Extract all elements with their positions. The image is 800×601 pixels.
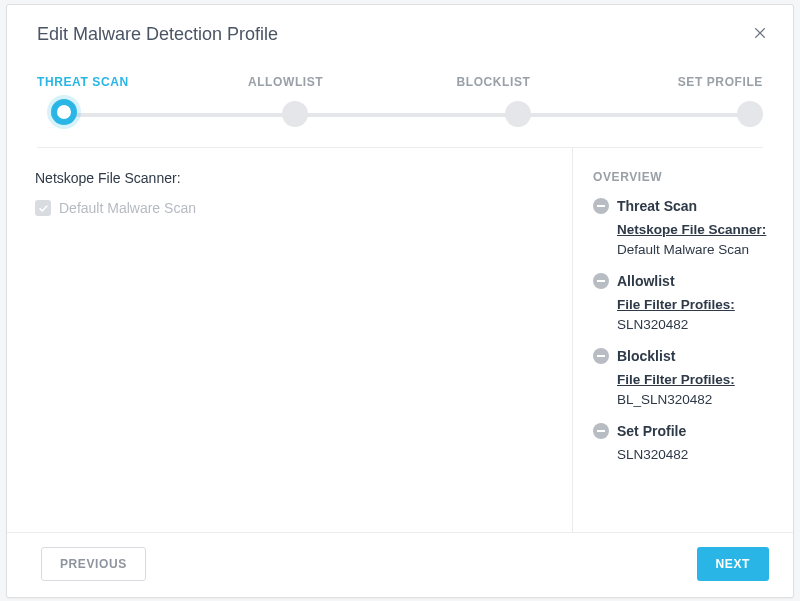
step-labels: THREAT SCAN ALLOWLIST BLOCKLIST SET PROF… — [37, 75, 763, 89]
edit-malware-profile-modal: Edit Malware Detection Profile THREAT SC… — [6, 4, 794, 598]
step-label-allowlist[interactable]: ALLOWLIST — [248, 75, 323, 89]
default-malware-scan-checkbox[interactable] — [35, 200, 51, 216]
overview-item-title: Set Profile — [617, 423, 686, 439]
overview-sub-value: SLN320482 — [617, 447, 688, 462]
overview-head-blocklist[interactable]: Blocklist — [593, 348, 779, 364]
step-node-allowlist[interactable] — [282, 101, 308, 127]
step-label-blocklist[interactable]: BLOCKLIST — [456, 75, 530, 89]
modal-title: Edit Malware Detection Profile — [37, 24, 278, 45]
collapse-icon — [593, 198, 609, 214]
overview-sub-set-profile: SLN320482 — [617, 445, 779, 465]
step-track — [37, 101, 763, 129]
threat-scan-panel: Netskope File Scanner: Default Malware S… — [7, 148, 573, 532]
previous-button[interactable]: PREVIOUS — [41, 547, 146, 581]
step-node-threat-scan[interactable] — [51, 99, 77, 125]
next-button[interactable]: NEXT — [697, 547, 769, 581]
overview-item-allowlist: Allowlist File Filter Profiles: SLN32048… — [593, 273, 779, 334]
overview-sub-value: BL_SLN320482 — [617, 392, 712, 407]
modal-body: Netskope File Scanner: Default Malware S… — [7, 148, 793, 532]
collapse-icon — [593, 423, 609, 439]
step-track-line — [51, 113, 749, 117]
step-node-blocklist[interactable] — [505, 101, 531, 127]
wizard-stepper: THREAT SCAN ALLOWLIST BLOCKLIST SET PROF… — [7, 57, 793, 148]
step-label-threat-scan[interactable]: THREAT SCAN — [37, 75, 129, 89]
overview-item-title: Threat Scan — [617, 198, 697, 214]
collapse-icon — [593, 348, 609, 364]
overview-head-threat-scan[interactable]: Threat Scan — [593, 198, 779, 214]
overview-sub-label: File Filter Profiles: — [617, 370, 779, 390]
close-icon[interactable] — [749, 21, 771, 47]
overview-item-title: Blocklist — [617, 348, 675, 364]
overview-sub-value: Default Malware Scan — [617, 242, 749, 257]
overview-sub-value: SLN320482 — [617, 317, 688, 332]
overview-item-title: Allowlist — [617, 273, 675, 289]
overview-head-set-profile[interactable]: Set Profile — [593, 423, 779, 439]
overview-item-threat-scan: Threat Scan Netskope File Scanner: Defau… — [593, 198, 779, 259]
overview-sub-label: File Filter Profiles: — [617, 295, 779, 315]
overview-sub-threat-scan: Netskope File Scanner: Default Malware S… — [617, 220, 779, 259]
overview-item-blocklist: Blocklist File Filter Profiles: BL_SLN32… — [593, 348, 779, 409]
overview-sub-allowlist: File Filter Profiles: SLN320482 — [617, 295, 779, 334]
default-malware-scan-row: Default Malware Scan — [35, 200, 544, 216]
overview-head-allowlist[interactable]: Allowlist — [593, 273, 779, 289]
overview-sub-label: Netskope File Scanner: — [617, 220, 779, 240]
step-node-set-profile[interactable] — [737, 101, 763, 127]
modal-footer: PREVIOUS NEXT — [7, 532, 793, 597]
collapse-icon — [593, 273, 609, 289]
default-malware-scan-label: Default Malware Scan — [59, 200, 196, 216]
overview-item-set-profile: Set Profile SLN320482 — [593, 423, 779, 465]
overview-title: OVERVIEW — [593, 170, 779, 184]
overview-sub-blocklist: File Filter Profiles: BL_SLN320482 — [617, 370, 779, 409]
overview-panel: OVERVIEW Threat Scan Netskope File Scann… — [573, 148, 793, 532]
modal-header: Edit Malware Detection Profile — [7, 5, 793, 57]
scanner-section-title: Netskope File Scanner: — [35, 170, 544, 186]
step-label-set-profile[interactable]: SET PROFILE — [678, 75, 763, 89]
